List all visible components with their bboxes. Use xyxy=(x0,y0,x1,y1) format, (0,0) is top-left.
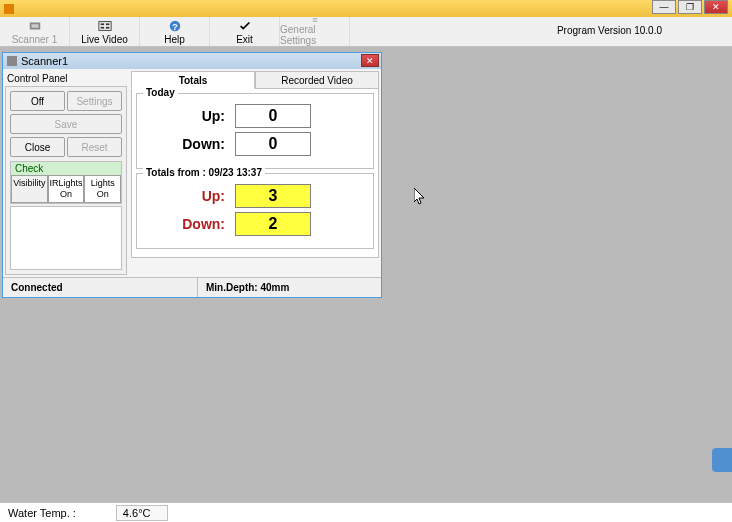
mouse-cursor-icon xyxy=(414,188,426,206)
scanner-status-bar: Connected Min.Depth: 40mm xyxy=(3,277,381,297)
svg-rect-6 xyxy=(105,26,109,28)
settings-button[interactable]: Settings xyxy=(67,91,122,111)
tab-recorded-video[interactable]: Recorded Video xyxy=(255,71,379,89)
toolbar-exit[interactable]: Exit xyxy=(210,17,280,46)
main-toolbar: Scanner 1 Live Video ? Help Exit General… xyxy=(0,17,732,47)
scanner-icon xyxy=(28,19,42,33)
totals-down-value: 2 xyxy=(235,212,311,236)
lights-button[interactable]: Lights On xyxy=(84,175,121,203)
right-panel: Totals Recorded Video Today Up: 0 Down: … xyxy=(131,71,379,275)
main-titlebar: — ❐ ✕ xyxy=(0,0,732,17)
totals-down-label: Down: xyxy=(145,216,225,232)
close-button[interactable]: ✕ xyxy=(704,0,728,14)
today-up-value: 0 xyxy=(235,104,311,128)
svg-rect-10 xyxy=(312,20,317,21)
toolbar-general-settings-label: General Settings xyxy=(280,24,349,46)
video-icon xyxy=(98,19,112,33)
totals-up-value: 3 xyxy=(235,184,311,208)
window-controls: — ❐ ✕ xyxy=(652,0,728,14)
svg-rect-9 xyxy=(312,18,317,19)
settings-icon xyxy=(308,17,322,23)
off-button[interactable]: Off xyxy=(10,91,65,111)
tab-content: Today Up: 0 Down: 0 Totals from : 09/23 … xyxy=(131,89,379,258)
status-min-depth: Min.Depth: 40mm xyxy=(198,278,297,297)
scanner-titlebar[interactable]: Scanner1 ✕ xyxy=(3,53,381,69)
scanner-window-icon xyxy=(7,56,17,66)
scanner-window-title: Scanner1 xyxy=(21,55,68,67)
svg-rect-2 xyxy=(98,21,110,30)
totals-from-group: Totals from : 09/23 13:37 Up: 3 Down: 2 xyxy=(136,173,374,249)
bottom-status-bar: Water Temp. : 4.6°C xyxy=(0,502,732,522)
svg-rect-11 xyxy=(312,21,317,22)
checkmark-icon xyxy=(238,19,252,33)
today-up-label: Up: xyxy=(145,108,225,124)
preview-box xyxy=(10,206,122,270)
minimize-button[interactable]: — xyxy=(652,0,676,14)
toolbar-general-settings[interactable]: General Settings xyxy=(280,17,350,46)
visibility-button[interactable]: Visibility xyxy=(11,175,48,203)
maximize-button[interactable]: ❐ xyxy=(678,0,702,14)
toolbar-live-video-label: Live Video xyxy=(81,34,128,45)
svg-text:?: ? xyxy=(172,20,178,31)
svg-rect-1 xyxy=(31,24,38,28)
svg-rect-3 xyxy=(100,23,104,25)
version-label: Program Version 10.0.0 xyxy=(557,25,662,36)
toolbar-help-label: Help xyxy=(164,34,185,45)
status-connected: Connected xyxy=(3,278,198,297)
save-button[interactable]: Save xyxy=(10,114,122,134)
toolbar-scanner1[interactable]: Scanner 1 xyxy=(0,17,70,46)
side-widget-icon[interactable] xyxy=(712,448,732,472)
check-group: Check Visibility IRLights On Lights On xyxy=(10,161,122,204)
control-panel-title: Control Panel xyxy=(5,71,127,86)
toolbar-help[interactable]: ? Help xyxy=(140,17,210,46)
today-label: Today xyxy=(143,87,178,98)
scanner-window: Scanner1 ✕ Control Panel Off Settings Sa… xyxy=(2,52,382,298)
close-scanner-button[interactable]: Close xyxy=(10,137,65,157)
svg-rect-4 xyxy=(105,23,109,25)
water-temp-label: Water Temp. : xyxy=(8,507,76,519)
svg-rect-5 xyxy=(100,26,104,28)
totals-from-label: Totals from : 09/23 13:37 xyxy=(143,167,265,178)
today-group: Today Up: 0 Down: 0 xyxy=(136,93,374,169)
app-icon xyxy=(4,4,14,14)
toolbar-scanner1-label: Scanner 1 xyxy=(12,34,58,45)
check-legend: Check xyxy=(11,162,121,175)
water-temp-value: 4.6°C xyxy=(116,505,168,521)
irlights-button[interactable]: IRLights On xyxy=(48,175,85,203)
scanner-close-button[interactable]: ✕ xyxy=(361,54,379,67)
help-icon: ? xyxy=(168,19,182,33)
today-down-label: Down: xyxy=(145,136,225,152)
control-panel: Control Panel Off Settings Save Close Re… xyxy=(5,71,127,275)
toolbar-exit-label: Exit xyxy=(236,34,253,45)
reset-button[interactable]: Reset xyxy=(67,137,122,157)
toolbar-live-video[interactable]: Live Video xyxy=(70,17,140,46)
totals-up-label: Up: xyxy=(145,188,225,204)
today-down-value: 0 xyxy=(235,132,311,156)
